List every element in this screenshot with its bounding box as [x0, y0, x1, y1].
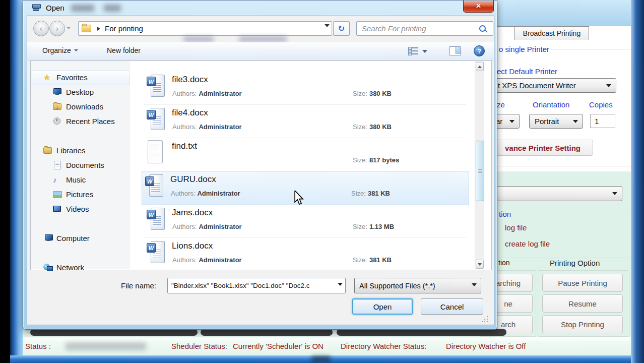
authors-label: Authors: — [172, 90, 197, 97]
sidebar-item-favorites[interactable]: ★ Favorites — [43, 71, 88, 83]
scrollbar-thumb[interactable] — [476, 141, 484, 201]
size-label: Size: — [353, 123, 367, 131]
file-browser: ★ Favorites Desktop ↓ Downloads Recent P… — [30, 60, 492, 270]
tab-broadcast-printing[interactable]: Broadcast Printing — [514, 26, 589, 40]
sidebar-item-music[interactable]: ♪ Music — [53, 173, 86, 186]
file-row[interactable]: W file4.docx Authors:Administrator Size:… — [144, 105, 466, 138]
computer-icon — [43, 234, 52, 242]
stop-printing-button[interactable]: Stop Printing — [542, 315, 623, 333]
page-size-label: ze — [497, 100, 505, 109]
word-document-icon: W — [147, 108, 165, 131]
chevron-down-icon — [509, 120, 514, 123]
log-file-option[interactable]: log file — [505, 223, 527, 232]
new-folder-button[interactable]: New folder — [107, 46, 141, 54]
sidebar-label: Desktop — [66, 88, 94, 96]
create-log-file-option[interactable]: create log file — [505, 239, 550, 248]
scheduler-status-label: Sheduler Status: — [171, 342, 227, 350]
pause-printing-button[interactable]: Pause Printing — [542, 274, 623, 292]
sidebar-label: Network — [56, 263, 84, 272]
address-dropdown[interactable] — [325, 24, 330, 27]
authors-label: Authors: — [171, 190, 195, 197]
occluded-app-control — [201, 329, 333, 336]
search-input[interactable]: Search For printing — [362, 24, 479, 33]
status-label: Status : — [25, 342, 51, 350]
file-name-value[interactable]: "Binder.xlsx" "Book1.xlsx" "Doc1.doc" "D… — [171, 282, 330, 289]
app-window-bottom-border — [10, 355, 631, 363]
change-view-button[interactable] — [408, 47, 418, 55]
chevron-down-icon — [612, 192, 617, 195]
sidebar-item-computer[interactable]: Computer — [43, 232, 90, 244]
authors-label: Authors: — [172, 256, 197, 264]
file-name-combo[interactable]: "Binder.xlsx" "Book1.xlsx" "Doc1.doc" "D… — [167, 278, 346, 293]
copies-input[interactable]: 1 — [590, 114, 615, 128]
occluded-app-control — [30, 329, 198, 336]
sidebar-item-desktop[interactable]: Desktop — [53, 86, 94, 98]
sidebar-label: Documents — [66, 161, 104, 169]
sidebar-item-pictures[interactable]: Pictures — [53, 188, 93, 200]
printer-dialog-icon — [32, 3, 41, 12]
close-button[interactable]: × — [463, 1, 494, 13]
chevron-down-icon[interactable] — [338, 283, 343, 286]
help-button[interactable]: ? — [474, 45, 485, 56]
resize-grip[interactable] — [482, 317, 488, 323]
sidebar-label: Pictures — [66, 190, 93, 199]
sidebar-item-network[interactable]: Network — [43, 261, 84, 273]
resume-printing-button[interactable]: Resume — [542, 294, 623, 313]
file-name-label: File name: — [121, 281, 156, 290]
app-titlebar-area — [491, 0, 631, 26]
chevron-down-icon — [573, 120, 578, 123]
file-type-value: All Supported Files (*.*) — [359, 282, 435, 290]
refresh-button[interactable]: ↻ — [333, 21, 350, 36]
sidebar-item-downloads[interactable]: ↓ Downloads — [53, 100, 103, 112]
scheduler-select[interactable] — [492, 186, 622, 201]
file-row[interactable]: W Lions.docx Authors:Administrator Size:… — [144, 238, 466, 271]
sidebar-item-libraries[interactable]: Libraries — [43, 144, 86, 156]
breadcrumb[interactable]: For printing — [105, 24, 143, 33]
authors-value: Administrator — [199, 123, 241, 131]
orientation-select[interactable]: Portrait — [529, 114, 583, 129]
word-document-icon: W — [145, 174, 163, 198]
cancel-button[interactable]: Cancel — [421, 298, 483, 315]
preview-pane-button[interactable] — [449, 46, 461, 55]
file-row-selected[interactable]: W GURU.docx Authors:Administrator Size:3… — [142, 171, 469, 205]
scheduler-status-value: Currently 'Scheduler' is ON — [233, 342, 324, 350]
sidebar-item-videos[interactable]: Videos — [53, 203, 89, 215]
file-row[interactable]: find.txt Size:817 bytes — [144, 138, 466, 171]
address-bar[interactable]: For printing — [78, 21, 332, 36]
printer-select[interactable]: t XPS Document Writer — [492, 78, 616, 93]
authors-label: Authors: — [172, 223, 197, 230]
file-row[interactable]: W Jams.docx Authors:Administrator Size:1… — [144, 205, 466, 238]
desktop-icon — [53, 88, 62, 96]
file-row[interactable]: W file3.docx Authors:Administrator Size:… — [144, 72, 466, 105]
organize-button[interactable]: Organize — [42, 46, 78, 54]
watcher-status-value: Directory Watcher is Off — [446, 342, 526, 350]
file-type-combo[interactable]: All Supported Files (*.*) — [354, 278, 481, 293]
advance-printer-setting-button[interactable]: vance Printer Setting — [492, 140, 593, 156]
view-dropdown[interactable] — [422, 50, 427, 53]
nav-history-dropdown[interactable] — [67, 27, 71, 29]
open-button[interactable]: Open — [352, 298, 413, 315]
command-toolbar: Organize New folder ? — [27, 42, 494, 60]
mouse-cursor — [293, 191, 304, 206]
forward-button[interactable]: › — [49, 21, 65, 36]
scroll-up-arrow[interactable] — [476, 62, 484, 71]
size-label: Size: — [351, 190, 366, 197]
open-file-dialog: Open × ‹ › For printing ↻ Search For pri… — [23, 0, 497, 330]
size-value: 1.13 MB — [369, 223, 394, 230]
search-box[interactable]: Search For printing — [356, 21, 493, 36]
size-value: 381 KB — [368, 190, 390, 197]
chevron-down-icon — [74, 49, 78, 51]
log-option-groupbox — [489, 214, 644, 258]
authors-value: Administrator — [199, 90, 241, 97]
file-list-scrollbar[interactable] — [475, 61, 484, 269]
sidebar-label: Downloads — [66, 102, 103, 111]
sidebar-item-documents[interactable]: Documents — [53, 159, 104, 171]
word-document-icon: W — [147, 241, 165, 264]
blurred-taskbar-item — [311, 356, 331, 362]
word-document-icon: W — [147, 208, 165, 231]
sidebar-item-recent-places[interactable]: Recent Places — [53, 115, 115, 127]
authors-value: Administrator — [197, 190, 240, 197]
scroll-down-arrow[interactable] — [476, 260, 484, 269]
back-button[interactable]: ‹ — [33, 21, 49, 36]
sidebar-label: Favorites — [56, 73, 88, 82]
